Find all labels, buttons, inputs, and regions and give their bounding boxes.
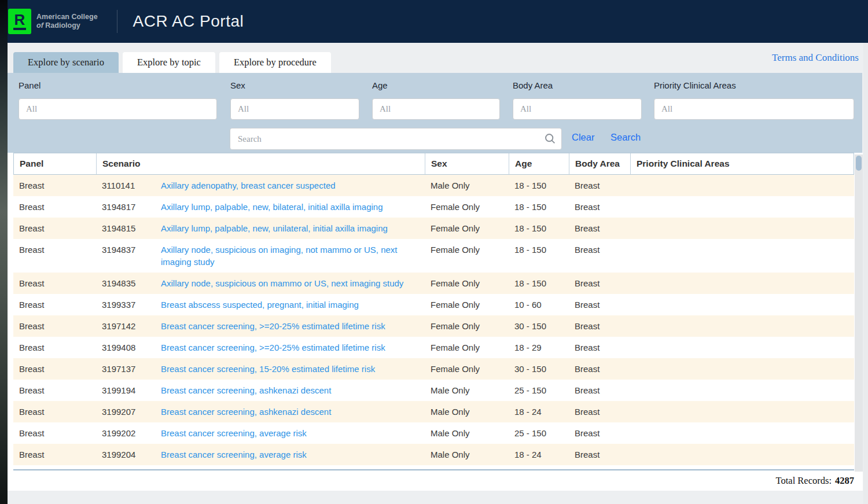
priority-clinical-areas-filter-input[interactable] [654,98,854,120]
table-scrollbar[interactable] [855,154,863,472]
body-area-cell: Breast [569,315,630,337]
sex-cell: Female Only [425,273,509,294]
age-cell: 18 - 150 [509,196,569,218]
table-body: Breast3110141Axillary adenopathy, breast… [13,175,854,470]
priority-clinical-areas-cell [630,294,854,315]
filter-panel: Panel Sex Age Body Area Priority Clinica… [8,73,862,153]
sex-cell: Male Only [425,422,509,444]
scenario-id-cell: 3110141 [96,175,155,196]
scenario-link[interactable]: Breast cancer screening, average risk [161,450,307,459]
scenario-id-cell: 3194835 [96,273,155,294]
panel-cell: Breast [13,294,96,315]
search-input[interactable] [230,128,562,150]
sex-cell: Female Only [425,218,509,239]
scenario-id-cell: 3197137 [96,358,155,380]
body-area-cell: Breast [569,294,630,315]
tab-explore-by-topic[interactable]: Explore by topic [123,52,215,73]
sex-cell: Female Only [425,315,509,337]
filter-label-priority-clinical-areas: Priority Clinical Areas [654,80,736,90]
age-cell: 30 - 150 [509,358,569,380]
column-header-priority-clinical-areas[interactable]: Priority Clinical Areas [631,153,854,174]
scenario-link-cell: Axillary adenopathy, breast cancer suspe… [155,175,425,196]
tab-explore-by-procedure[interactable]: Explore by procedure [219,52,331,73]
terms-and-conditions-link[interactable]: Terms and Conditions [772,52,859,63]
scenario-id-cell: 3199408 [96,337,155,358]
panel-cell: Breast [13,358,96,380]
column-header-body-area[interactable]: Body Area [569,153,631,174]
age-cell: 18 - 150 [509,175,569,196]
scenario-link-cell: Breast cancer screening, average risk [155,422,425,444]
table-scrollbar-thumb[interactable] [856,156,862,171]
acr-logo-letter: R [14,13,25,27]
priority-clinical-areas-cell [630,444,854,465]
table-row: Breast3199202Breast cancer screening, av… [13,422,854,444]
scenario-link[interactable]: Axillary lump, palpable, new, bilateral,… [161,202,383,212]
table-row: Breast3199194Breast cancer screening, as… [13,380,854,401]
sex-cell: Female Only [425,358,509,380]
clear-button[interactable]: Clear [572,132,594,143]
body-area-cell: Breast [569,444,630,465]
scenario-link-cell: Breast cancer screening, >=20-25% estima… [155,315,425,337]
sex-cell: Male Only [425,401,509,422]
body-area-cell: Breast [569,401,630,422]
table-row: Breast3199207Breast cancer screening, as… [13,401,854,422]
search-button[interactable]: Search [610,132,641,143]
table-row: Breast3110141Axillary adenopathy, breast… [13,175,854,196]
panel-cell: Breast [13,422,96,444]
table-row: Breast3194817Axillary lump, palpable, ne… [13,196,854,218]
age-filter-input[interactable] [372,98,500,120]
table-header-row: Panel Scenario Sex Age Body Area Priorit… [13,153,854,175]
priority-clinical-areas-cell [630,218,854,239]
panel-cell: Breast [13,273,96,294]
column-header-scenario[interactable]: Scenario [97,153,425,174]
scenario-link[interactable]: Breast cancer screening, ashkenazi desce… [161,385,331,395]
tab-bar: Explore by scenario Explore by topic Exp… [13,52,331,73]
priority-clinical-areas-cell [630,337,854,358]
panel-cell: Breast [13,175,96,196]
scenario-link[interactable]: Breast abscess suspected, pregnant, init… [161,300,359,310]
total-records-value: 4287 [835,475,854,487]
sex-filter-input[interactable] [230,98,359,120]
age-cell: 18 - 24 [509,444,569,465]
age-cell: 18 - 29 [509,337,569,358]
panel-cell: Breast [13,218,96,239]
panel-filter-input[interactable] [19,98,217,120]
scenario-link[interactable]: Breast cancer screening, >=20-25% estima… [161,343,385,352]
panel-cell: Breast [13,315,96,337]
table-row: Breast3199408Breast cancer screening, >=… [13,337,854,358]
results-table: Panel Scenario Sex Age Body Area Priorit… [8,153,863,491]
tab-explore-by-scenario[interactable]: Explore by scenario [13,52,119,73]
age-cell: 18 - 150 [509,239,569,273]
scenario-id-cell: 3194815 [96,218,155,239]
body-area-filter-input[interactable] [513,98,642,120]
scenario-link[interactable]: Axillary node, suspicious on imaging, no… [161,245,398,267]
scenario-link[interactable]: Axillary lump, palpable, new, unilateral… [161,223,388,233]
scenario-link[interactable]: Axillary adenopathy, breast cancer suspe… [161,181,336,190]
scenario-link-cell: Breast cancer screening, average risk [155,444,425,465]
sex-cell: Male Only [425,444,509,465]
scenario-link[interactable]: Breast cancer screening, average risk [161,428,307,438]
table-row: Breast3197142Breast cancer screening, >=… [13,315,854,337]
scenario-link[interactable]: Axillary node, suspicious on mammo or US… [161,278,403,288]
sex-cell: Male Only [425,175,509,196]
scenario-link[interactable]: Breast cancer screening, 15-20% estimate… [161,364,375,374]
scenario-id-cell: 3194817 [96,196,155,218]
scenario-link[interactable]: Breast cancer screening, >=20-25% estima… [161,321,385,331]
scenario-id-cell: 3194837 [96,239,155,273]
priority-clinical-areas-cell [630,175,854,196]
age-cell: 25 - 150 [509,422,569,444]
scenario-link-cell: Breast cancer screening, ashkenazi desce… [155,401,425,422]
scenario-id-cell: 3199202 [96,422,155,444]
search-icon[interactable] [544,133,556,145]
column-header-sex[interactable]: Sex [425,153,509,174]
priority-clinical-areas-cell [630,273,854,294]
scenario-link[interactable]: Breast cancer screening, ashkenazi desce… [161,407,331,417]
scenario-id-cell: 3199204 [96,444,155,465]
scenario-id-cell: 3199337 [96,294,155,315]
table-row: Breast3197137Breast cancer screening, 15… [13,358,854,380]
column-header-panel[interactable]: Panel [14,153,97,174]
header-divider [117,10,117,33]
body-area-cell: Breast [569,218,630,239]
column-header-age[interactable]: Age [509,153,569,174]
total-records-label: Total Records: [776,475,832,487]
